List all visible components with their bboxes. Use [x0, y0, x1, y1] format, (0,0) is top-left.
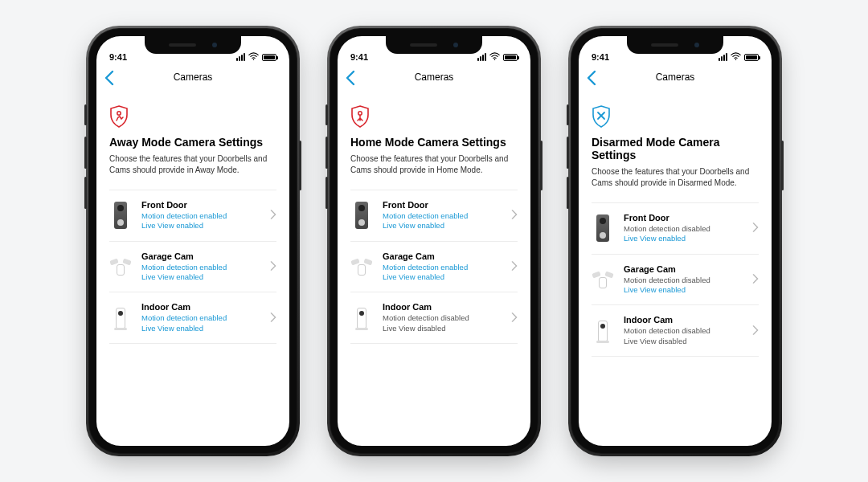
chevron-right-icon	[511, 311, 518, 325]
phone-mockup: 9:41CamerasAway Mode Camera SettingsChoo…	[88, 28, 297, 454]
liveview-status: Live View enabled	[141, 324, 270, 333]
device-name: Indoor Cam	[383, 302, 511, 312]
page-title: Home Mode Camera Settings	[350, 136, 518, 149]
device-name: Garage Cam	[141, 251, 270, 261]
notch	[386, 36, 482, 54]
device-name: Front Door	[624, 213, 752, 223]
status-time: 9:41	[350, 52, 368, 62]
nav-bar: Cameras	[338, 63, 530, 91]
svg-point-2	[494, 59, 496, 60]
content: Home Mode Camera SettingsChoose the feat…	[338, 91, 530, 446]
device-row[interactable]: Front DoorMotion detection disabledLive …	[592, 203, 759, 255]
back-button[interactable]	[104, 70, 119, 84]
cellular-icon	[236, 53, 245, 61]
page-subtext: Choose the features that your Doorbells …	[109, 153, 276, 175]
battery-icon	[262, 54, 276, 61]
device-row[interactable]: Indoor CamMotion detection disabledLive …	[592, 305, 759, 357]
device-row[interactable]: Front DoorMotion detection enabledLive V…	[109, 190, 276, 242]
device-thumb-icon	[350, 251, 373, 282]
notch	[627, 36, 723, 54]
liveview-status: Live View enabled	[141, 272, 270, 282]
liveview-status: Live View disabled	[624, 337, 752, 346]
svg-point-1	[117, 112, 121, 115]
device-row[interactable]: Indoor CamMotion detection enabledLive V…	[109, 292, 276, 344]
back-button[interactable]	[587, 70, 601, 84]
screen: 9:41CamerasHome Mode Camera SettingsChoo…	[338, 36, 530, 446]
device-thumb-icon	[109, 200, 132, 231]
motion-status: Motion detection disabled	[624, 276, 752, 285]
wifi-icon	[248, 52, 259, 62]
motion-status: Motion detection enabled	[141, 313, 270, 323]
chevron-right-icon	[752, 272, 759, 287]
page-subtext: Choose the features that your Doorbells …	[592, 166, 759, 188]
phone-mockup: 9:41CamerasDisarmed Mode Camera Settings…	[571, 28, 780, 454]
battery-icon	[503, 54, 518, 61]
nav-title: Cameras	[174, 71, 213, 83]
device-list: Front DoorMotion detection enabledLive V…	[350, 190, 518, 344]
device-thumb-icon	[109, 303, 132, 333]
svg-point-0	[253, 59, 255, 60]
nav-bar: Cameras	[579, 63, 772, 91]
device-name: Front Door	[141, 200, 270, 210]
chevron-right-icon	[270, 208, 276, 223]
back-button[interactable]	[346, 70, 360, 84]
page-subtext: Choose the features that your Doorbells …	[350, 153, 518, 175]
device-name: Garage Cam	[624, 264, 752, 274]
device-row[interactable]: Garage CamMotion detection enabledLive V…	[350, 242, 518, 293]
device-name: Front Door	[383, 200, 511, 210]
wifi-icon	[731, 52, 741, 62]
screen: 9:41CamerasAway Mode Camera SettingsChoo…	[96, 36, 289, 446]
content: Away Mode Camera SettingsChoose the feat…	[96, 91, 289, 446]
mode-shield-icon	[592, 105, 611, 128]
page-title: Disarmed Mode Camera Settings	[592, 136, 759, 161]
status-time: 9:41	[109, 52, 127, 62]
page-title: Away Mode Camera Settings	[109, 136, 276, 149]
cellular-icon	[477, 53, 486, 61]
content: Disarmed Mode Camera SettingsChoose the …	[579, 91, 772, 446]
svg-point-3	[358, 112, 362, 115]
chevron-right-icon	[511, 208, 518, 223]
device-row[interactable]: Front DoorMotion detection enabledLive V…	[350, 190, 518, 242]
status-time: 9:41	[592, 52, 609, 62]
device-name: Indoor Cam	[141, 302, 270, 312]
device-row[interactable]: Garage CamMotion detection disabledLive …	[592, 255, 759, 306]
chevron-right-icon	[752, 221, 759, 235]
device-list: Front DoorMotion detection enabledLive V…	[109, 190, 276, 344]
device-thumb-icon	[109, 251, 132, 282]
motion-status: Motion detection enabled	[383, 211, 511, 221]
motion-status: Motion detection disabled	[383, 313, 511, 323]
liveview-status: Live View enabled	[624, 234, 752, 243]
device-list: Front DoorMotion detection disabledLive …	[592, 202, 759, 357]
chevron-right-icon	[270, 259, 276, 274]
mode-shield-icon	[350, 105, 370, 128]
liveview-status: Live View enabled	[383, 221, 511, 231]
motion-status: Motion detection enabled	[141, 211, 270, 221]
device-thumb-icon	[592, 213, 614, 243]
nav-title: Cameras	[415, 71, 454, 83]
motion-status: Motion detection enabled	[383, 263, 511, 272]
liveview-status: Live View disabled	[383, 324, 511, 333]
device-thumb-icon	[592, 316, 614, 346]
mode-shield-icon	[109, 105, 129, 128]
device-name: Indoor Cam	[624, 315, 752, 325]
wifi-icon	[489, 52, 500, 62]
device-thumb-icon	[350, 200, 373, 231]
device-row[interactable]: Indoor CamMotion detection disabledLive …	[350, 292, 518, 344]
device-name: Garage Cam	[383, 251, 511, 261]
battery-icon	[744, 54, 759, 61]
svg-point-4	[735, 59, 737, 60]
cellular-icon	[719, 53, 727, 61]
nav-title: Cameras	[656, 71, 695, 83]
phone-mockup: 9:41CamerasHome Mode Camera SettingsChoo…	[330, 28, 538, 454]
chevron-right-icon	[270, 311, 276, 325]
notch	[145, 36, 241, 54]
motion-status: Motion detection disabled	[624, 224, 752, 234]
screen: 9:41CamerasDisarmed Mode Camera Settings…	[579, 36, 772, 446]
nav-bar: Cameras	[96, 63, 289, 91]
device-thumb-icon	[592, 264, 614, 295]
motion-status: Motion detection enabled	[141, 263, 270, 272]
device-row[interactable]: Garage CamMotion detection enabledLive V…	[109, 242, 276, 293]
liveview-status: Live View enabled	[624, 285, 752, 295]
motion-status: Motion detection disabled	[624, 326, 752, 336]
liveview-status: Live View enabled	[141, 221, 270, 231]
